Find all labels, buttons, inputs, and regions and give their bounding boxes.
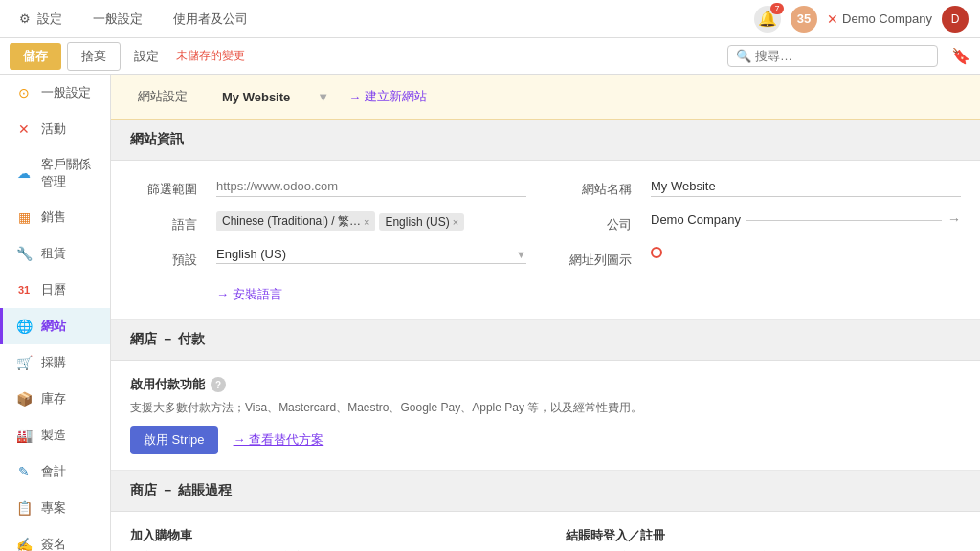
sidebar-accounting-label: 會計 [41,463,66,480]
sign-icon: ✍ [14,535,33,551]
language-row: 語言 Chinese (Traditional) / 繁… × English … [130,211,526,233]
company-arrow-icon[interactable]: → [947,211,961,227]
manufacturing-icon: 🏭 [14,426,33,445]
discard-button[interactable]: 捨棄 [67,42,121,71]
x-icon: ✕ [827,11,838,27]
sidebar-item-accounting[interactable]: ✎ 會計 [0,453,110,490]
sidebar-item-crm[interactable]: ☁ 客戶關係管理 [0,147,110,199]
sidebar-item-projects[interactable]: 📋 專案 [0,490,110,526]
stripe-button-label: 啟用 Stripe [144,431,205,449]
sidebar-website-label: 網站 [41,318,66,335]
timer-button[interactable]: 35 [791,6,817,33]
calendar-icon: 31 [14,280,33,299]
settings-tab-label: 設定 [134,49,159,63]
tag-chinese-close[interactable]: × [364,216,369,228]
nav-settings[interactable]: ⚙ 設定 [11,0,68,37]
sidebar-general-label: 一般設定 [41,84,91,101]
avatar-text: D [951,12,960,26]
accounting-icon: ✎ [14,462,33,481]
user-avatar[interactable]: D [942,6,969,33]
checkout-login-label: 結賬時登入／註冊 [566,527,962,544]
sidebar-inventory-label: 庫存 [41,390,66,408]
shop-payment-body: 啟用付款功能 ? 支援大多數付款方法；Visa、Mastercard、Maest… [111,361,980,470]
website-info-left: 篩選範圍 語言 Chinese (Traditional) / 繁… [130,176,526,303]
sidebar-calendar-label: 日曆 [41,281,66,298]
domain-input[interactable] [216,176,526,197]
notification-count: 7 [770,3,784,14]
company-value: Demo Company → [651,211,961,227]
tag-chinese-text: Chinese (Traditional) / 繁… [222,213,361,230]
shop-payment-title: 網店 － 付款 [111,320,980,361]
enable-stripe-button[interactable]: 啟用 Stripe [130,426,218,454]
search-box: 🔍 [727,45,938,67]
language-tag-chinese: Chinese (Traditional) / 繁… × [216,211,375,231]
add-to-cart-label: 加入購物車 [130,527,526,544]
sidebar-item-manufacturing[interactable]: 🏭 製造 [0,417,110,453]
general-icon: ⊙ [14,83,33,102]
main-layout: ⊙ 一般設定 ✕ 活動 ☁ 客戶關係管理 ▦ 銷售 🔧 租賃 31 日曆 🌐 網… [0,75,980,551]
notifications-button[interactable]: 🔔 7 [754,6,781,33]
sidebar-item-sign[interactable]: ✍ 簽名 [0,526,110,551]
favicon-dot[interactable] [651,247,662,258]
domain-label: 篩選範圍 [130,176,197,198]
tab-my-website[interactable]: My Website [214,86,298,108]
rental-icon: 🔧 [14,244,33,263]
shop-payment-section: 網店 － 付款 啟用付款功能 ? 支援大多數付款方法；Visa、Masterca… [111,320,980,471]
nav-settings-label: 設定 [37,11,62,28]
toolbar: 儲存 捨棄 設定 未儲存的變更 🔍 🔖 [0,38,980,75]
sidebar-crm-label: 客戶關係管理 [41,156,99,190]
nav-users[interactable]: 使用者及公司 [167,0,254,37]
alternative-link-label: → 查看替代方案 [234,431,324,449]
install-language-link[interactable]: → 安裝語言 [216,286,282,303]
company-selector[interactable]: ✕ Demo Company [827,11,932,27]
sidebar-item-activities[interactable]: ✕ 活動 [0,111,110,147]
website-name-value [651,176,961,197]
sidebar-rental-label: 租賃 [41,245,66,262]
save-button[interactable]: 儲存 [10,43,61,70]
sidebar-item-inventory[interactable]: 📦 庫存 [0,381,110,417]
activities-icon: ✕ [14,120,33,139]
crm-icon: ☁ [14,164,33,183]
tag-english-close[interactable]: × [453,216,458,228]
sidebar-projects-label: 專案 [41,499,66,517]
alternative-link[interactable]: → 查看替代方案 [234,431,324,449]
content-area: 網站設定 My Website ▼ → 建立新網站 網站資訊 篩選範圍 [111,75,980,551]
sidebar-item-rental[interactable]: 🔧 租賃 [0,235,110,272]
search-icon: 🔍 [736,49,751,63]
new-website-button[interactable]: → 建立新網站 [348,88,427,105]
tab-separator: ▼ [317,90,329,104]
gear-icon: ⚙ [17,11,33,27]
payment-description: 支援大多數付款方法；Visa、Mastercard、Maestro、Google… [130,399,961,416]
sidebar-activities-label: 活動 [41,121,66,138]
sidebar-item-purchase[interactable]: 🛒 採購 [0,344,110,381]
sidebar-item-calendar[interactable]: 31 日曆 [0,272,110,308]
sidebar-sign-label: 簽名 [41,536,66,551]
sidebar-item-website[interactable]: 🌐 網站 [0,308,110,344]
discard-label: 捨棄 [81,49,106,63]
tag-english-text: English (US) [385,215,449,229]
domain-row: 篩選範圍 [130,176,526,198]
company-text: Demo Company [651,212,741,227]
add-to-cart-col: 加入購物車 顧客按下「加入購物車」時，應該執行甚麼操作？ [111,512,546,551]
sidebar-purchase-label: 採購 [41,354,66,371]
search-input[interactable] [755,49,929,63]
plus-icon: → [348,90,361,104]
website-name-input[interactable] [651,176,961,197]
language-tag-english: English (US) × [379,213,464,231]
save-label: 儲存 [23,49,48,63]
help-icon[interactable]: ? [211,377,226,392]
tab-website-settings[interactable]: 網站設定 [130,84,195,109]
website-name-label: 網站名稱 [565,176,632,198]
purchase-icon: 🛒 [14,353,33,372]
sidebar-item-general[interactable]: ⊙ 一般設定 [0,75,110,111]
sidebar-item-sales[interactable]: ▦ 銷售 [0,199,110,235]
settings-tab-button[interactable]: 設定 [126,43,167,70]
nav-general[interactable]: 一般設定 [87,0,148,37]
favicon-value [651,247,961,261]
install-lang-link-container: → 安裝語言 [216,282,526,303]
bookmark-icon[interactable]: 🔖 [951,47,970,65]
payment-header: 啟用付款功能 ? [130,376,961,393]
nav-users-label: 使用者及公司 [173,11,248,28]
projects-icon: 📋 [14,498,33,518]
enable-payment-label: 啟用付款功能 [130,376,205,393]
